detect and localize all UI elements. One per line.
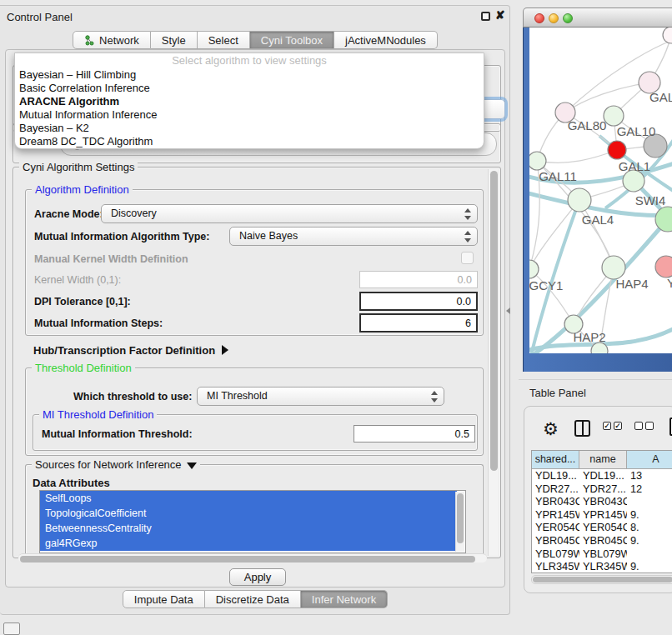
table-cell: YBL079W (532, 548, 579, 561)
table-row[interactable]: YLR345WYLR345W9. (532, 560, 672, 573)
combo-steppers-icon (464, 208, 471, 221)
settings-hscrollbar[interactable] (18, 553, 487, 562)
minimize-traffic-light-icon[interactable] (549, 13, 559, 23)
dropdown-item[interactable]: Bayesian – K2 (15, 122, 484, 135)
tab-discretize-data[interactable]: Discretize Data (205, 590, 301, 608)
table-cell: YER054C (532, 521, 579, 534)
table-header-row: shared...nameA (532, 451, 672, 469)
tab-style[interactable]: Style (151, 31, 198, 49)
tab-impute-data[interactable]: Impute Data (123, 590, 205, 608)
cyni-toolbox-panel: gal4filtered.sif default node Select alg… (5, 49, 505, 588)
restore-panel-icon[interactable] (3, 622, 20, 635)
dropdown-item[interactable]: Basic Correlation Inference (15, 82, 484, 95)
dropdown-item[interactable]: Bayesian – Hill Climbing (15, 68, 484, 82)
tab-network[interactable]: Network (73, 31, 151, 49)
cyni-algorithm-settings-group: Cyni Algorithm Settings Algorithm Defini… (13, 167, 501, 558)
tab-jactivemnodules[interactable]: jActiveMNodules (334, 31, 438, 49)
hub-definition-label: Hub/Transcription Factor Definition (33, 344, 215, 357)
node-label: GAL11 (539, 169, 577, 183)
zoom-traffic-light-icon[interactable] (563, 13, 573, 23)
column-header[interactable]: shared... (532, 451, 579, 469)
tab-select[interactable]: Select (198, 31, 250, 49)
column-header[interactable]: name (579, 451, 627, 469)
dropdown-item[interactable]: ARACNE Algorithm (15, 95, 484, 108)
settings-vscrollbar[interactable] (488, 169, 499, 556)
dpi-tolerance-field[interactable] (359, 292, 478, 311)
attribute-list-item-selected[interactable]: TopologicalCoefficient (40, 506, 457, 521)
sources-group-title[interactable]: Sources for Network Inference (32, 458, 200, 471)
table-row[interactable]: YDL19...YDL19...13 (532, 469, 672, 482)
network-node[interactable] (529, 152, 546, 170)
columns-icon[interactable] (574, 420, 590, 437)
gear-icon[interactable]: ⚙ (543, 417, 559, 442)
table-row[interactable]: YBR045CYBR045C9. (532, 534, 672, 548)
sources-group: Sources for Network Inference Data Attri… (25, 464, 484, 554)
mi-type-combobox[interactable]: Naive Bayes (229, 227, 478, 246)
close-icon[interactable]: ✘ (495, 8, 505, 22)
column-header[interactable]: A (627, 451, 672, 469)
attribute-list-item-selected[interactable]: SelfLoops (40, 491, 457, 506)
panel-splitter-handle[interactable] (506, 308, 510, 314)
mi-type-value: Naive Bayes (239, 230, 298, 242)
tab-cyni-toolbox[interactable]: Cyni Toolbox (250, 31, 334, 49)
sources-title-text: Sources for Network Inference (35, 458, 182, 471)
deselect-all-checkbox-icon[interactable] (645, 422, 654, 430)
select-all-checkbox-icon[interactable]: ✓ (614, 422, 622, 430)
kernel-width-field[interactable] (359, 271, 478, 288)
manual-kernel-label: Manual Kernel Width Definition (34, 253, 188, 265)
table-cell: YBR043C (579, 495, 627, 508)
list-scrollbar[interactable] (455, 492, 464, 552)
tab-label: Style (162, 34, 186, 47)
deselect-all-checkbox-icon[interactable] (634, 422, 643, 430)
attribute-list-item-selected[interactable]: gal4RGexp (40, 536, 457, 551)
table-cell: 13 (627, 469, 672, 482)
combo-steppers-icon (464, 230, 471, 243)
network-canvas[interactable]: GALGAL80GAL10GAL1GAL11SWI4GAL4GCY1HAP4YH… (529, 28, 672, 353)
table-hscrollbar[interactable] (531, 575, 672, 584)
hub-definition-expander[interactable]: Hub/Transcription Factor Definition (33, 344, 228, 357)
attribute-list-item-selected[interactable]: BetweennessCentrality (40, 521, 457, 536)
select-all-checkbox-icon[interactable]: ✓ (603, 422, 611, 430)
control-panel-window: Control Panel ✘ NetworkStyleSelectCyni T… (0, 5, 510, 615)
dropdown-item[interactable]: Dream8 DC_TDC Algorithm (15, 135, 484, 148)
dropdown-item[interactable]: Mutual Information Inference (15, 108, 484, 122)
table-row[interactable]: YER054CYER054C8. (532, 521, 672, 534)
which-threshold-combobox[interactable]: MI Threshold (197, 387, 444, 406)
node-label: GAL80 (568, 118, 607, 132)
algorithm-definition-title: Algorithm Definition (32, 183, 133, 196)
data-attributes-list[interactable]: SelfLoopsTopologicalCoefficientBetweenne… (39, 490, 466, 553)
manual-kernel-checkbox[interactable] (461, 252, 474, 264)
tab-infer-network[interactable]: Infer Network (301, 590, 388, 608)
aracne-mode-combobox[interactable]: Discovery (101, 204, 478, 223)
table-toolbar: ⚙ ✓ ✓ (531, 415, 672, 445)
close-traffic-light-icon[interactable] (534, 13, 544, 23)
kernel-width-label: Kernel Width (0,1): (34, 274, 121, 286)
node-label: GCY1 (529, 278, 563, 292)
threshold-definition-group: Threshold Definition Which threshold to … (25, 368, 484, 456)
table-row[interactable]: YPR145WYPR145W9. (532, 508, 672, 522)
mi-threshold-field[interactable] (354, 425, 475, 442)
network-node[interactable] (663, 28, 672, 43)
cyni-bottom-tabbar: Impute DataDiscretize DataInfer Network (0, 590, 510, 608)
network-node[interactable] (604, 106, 624, 126)
network-node[interactable] (608, 141, 626, 159)
expander-collapsed-icon (222, 345, 228, 355)
table-cell: YDL19... (579, 469, 627, 482)
dpi-tolerance-label: DPI Tolerance [0,1]: (34, 296, 131, 308)
apply-button[interactable]: Apply (229, 568, 286, 586)
table-row[interactable]: YBL079WYBL079W (532, 548, 672, 561)
node-table[interactable]: shared...nameA YDL19...YDL19...13YDR27..… (531, 450, 672, 573)
table-row[interactable]: YDR27...YDR27...12 (532, 482, 672, 496)
network-node[interactable] (602, 256, 625, 279)
combo-steppers-icon (431, 390, 438, 403)
table-row[interactable]: YBR043CYBR043C (532, 495, 672, 508)
table-cell: YBR045C (579, 534, 627, 548)
table-cell: YBR045C (532, 534, 579, 548)
float-window-icon[interactable] (481, 12, 490, 21)
mi-steps-field[interactable] (359, 313, 478, 332)
network-node[interactable] (655, 256, 672, 278)
network-window-titlebar[interactable] (523, 8, 672, 28)
table-cell (627, 548, 672, 561)
network-node[interactable] (568, 188, 591, 212)
expander-expanded-icon (187, 462, 197, 469)
